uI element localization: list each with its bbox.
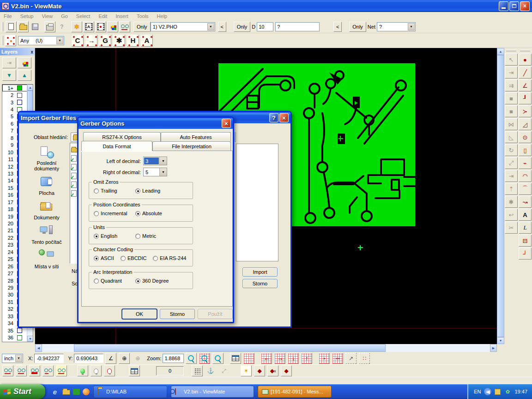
pad-dark-3-icon[interactable]: ◆	[281, 365, 292, 376]
zoom-grid-icon[interactable]	[199, 353, 210, 364]
draw-corner-icon[interactable]: ┚	[519, 92, 532, 104]
chevron-down-icon[interactable]: ▼	[15, 355, 22, 362]
restore-button[interactable]	[509, 1, 519, 11]
dialog-help-button[interactable]: ?	[269, 113, 278, 122]
cancel-button[interactable]: Storno	[160, 309, 195, 319]
scroll-down-icon[interactable]: ▼	[27, 336, 33, 342]
ok-button[interactable]: OK	[122, 309, 157, 319]
horizontal-scrollbar[interactable]: ◀ ▶	[35, 344, 497, 352]
highlight-off-icon[interactable]	[91, 365, 102, 376]
dcode-h-icon[interactable]: H	[127, 35, 139, 47]
draw-l-shape-icon[interactable]: L	[519, 222, 532, 234]
firefox-icon[interactable]	[83, 388, 90, 395]
tab-file-interpretation[interactable]: File Interpretation	[152, 141, 231, 151]
save-file-button[interactable]	[30, 21, 41, 32]
draw-point-icon[interactable]: ●	[519, 54, 532, 66]
menu-go[interactable]: Go	[61, 13, 68, 19]
menu-help[interactable]: Help	[157, 13, 168, 19]
taskbar-task-message[interactable]: [191-482-091] - Mess...	[258, 386, 332, 398]
dcode-flash-icon[interactable]: ✱	[113, 35, 125, 47]
layer-down-button[interactable]: ▼	[2, 70, 16, 81]
taskbar-task-explorer[interactable]: D:\MLAB	[93, 386, 167, 398]
layer-color-swatch[interactable]	[17, 93, 22, 98]
highlight-on-icon[interactable]	[77, 365, 88, 376]
view-dcodes-icon[interactable]	[2, 365, 13, 376]
draw-arc-2-icon[interactable]: ⌒	[519, 183, 532, 195]
place-network-places[interactable]: Místa v síti	[28, 249, 65, 269]
scroll-up-icon[interactable]: ▲	[497, 48, 504, 55]
collapse-icon[interactable]: ◀	[484, 388, 491, 395]
scroll-left-icon[interactable]: ◀	[35, 344, 42, 352]
pad-dark-2-icon[interactable]: ◆s	[267, 365, 278, 376]
pointer-icon[interactable]: ↖	[505, 54, 518, 66]
menu-edit[interactable]: Edit	[98, 13, 107, 19]
layer-color-swatch[interactable]	[17, 328, 22, 333]
layer-combobox[interactable]: 1) V2.PHO ▼	[151, 22, 215, 31]
right-of-decimal-combobox[interactable]: 5 ▼	[143, 168, 167, 176]
draw-triangle-icon[interactable]: ◿	[519, 118, 532, 130]
layer-up-button[interactable]: ▲	[18, 70, 31, 81]
new-file-button[interactable]	[6, 21, 17, 32]
draw-open-angle-icon[interactable]: ≻	[519, 105, 532, 117]
place-recent-documents[interactable]: Poslední dokumenty	[28, 145, 65, 171]
radio-ascii[interactable]: ASCII	[94, 255, 114, 261]
flash-view-button[interactable]: ✶	[71, 21, 82, 32]
scroll-down-icon[interactable]: ▼	[497, 337, 504, 344]
draw-arc-icon[interactable]: ◠	[519, 170, 532, 182]
start-button[interactable]: Start	[0, 384, 45, 399]
settings-icon[interactable]: ✱	[505, 196, 518, 208]
toolbar-grip[interactable]	[2, 36, 3, 45]
scroll-up-icon[interactable]: ▲	[27, 85, 33, 91]
pan-up-icon[interactable]: ↑	[301, 353, 312, 364]
radio-360-degree[interactable]: 360 Degree	[135, 278, 169, 284]
previous-net-button[interactable]: <	[333, 22, 342, 32]
measure-diagonal-icon[interactable]: ↗	[345, 353, 357, 364]
dot-grid-icon[interactable]	[192, 365, 203, 376]
measure-button[interactable]: A	[83, 21, 94, 32]
move-to-icon[interactable]: ⇥	[505, 66, 518, 79]
icq-icon[interactable]: ✿	[504, 388, 511, 395]
tab-data-format[interactable]: Data Format	[81, 141, 152, 151]
menu-tools[interactable]: Tools	[137, 13, 149, 19]
context-help-button[interactable]: ?	[56, 21, 67, 32]
chevron-down-icon[interactable]: ▼	[207, 23, 214, 30]
dcode-arrow-icon[interactable]: →	[85, 35, 97, 47]
menu-setup[interactable]: Setup	[20, 13, 34, 19]
zoom-select-icon[interactable]	[212, 353, 224, 364]
layer-send-button[interactable]: ⇥	[2, 57, 16, 68]
draw-dimension-icon[interactable]: ⊟	[519, 235, 532, 247]
menu-view[interactable]: View	[42, 13, 53, 19]
chevron-down-icon[interactable]: ▼	[56, 37, 63, 44]
only-net-button[interactable]: Only	[349, 22, 366, 32]
chevron-down-icon[interactable]: ▼	[159, 157, 167, 165]
book-icon[interactable]	[73, 389, 80, 395]
print-button[interactable]	[44, 21, 55, 32]
minimize-button[interactable]	[499, 1, 508, 11]
layer-color-swatch[interactable]	[17, 100, 22, 105]
pattern-select-icon[interactable]	[5, 35, 16, 46]
copy-to-icon[interactable]: ⇉	[505, 79, 518, 91]
taskbar-task-viewmate[interactable]: V2.bin - ViewMate	[171, 386, 254, 398]
layer-colors-button[interactable]	[107, 21, 118, 32]
draw-circle-icon[interactable]: ⊙	[519, 131, 532, 143]
filled-square-icon[interactable]: ■	[505, 92, 518, 104]
dcode-filter-input[interactable]	[275, 22, 320, 31]
dialog-close-button[interactable]: ×	[279, 113, 289, 122]
layers-panel-header[interactable]: Layers x	[0, 48, 35, 55]
import-button[interactable]: Import	[242, 267, 278, 277]
tab-auto-features[interactable]: Auto Features	[161, 132, 231, 141]
folder-icon[interactable]	[62, 387, 70, 396]
zoom-in-icon[interactable]	[186, 353, 197, 364]
open-file-button[interactable]	[18, 21, 29, 32]
item-type-combobox[interactable]: Any (U) ▼	[18, 36, 64, 45]
dcode-g-icon[interactable]: G	[99, 35, 111, 47]
grid-box-icon[interactable]: ▫	[319, 353, 330, 364]
grid-boxes-icon[interactable]: ▫▫	[332, 353, 343, 364]
dialog-close-button[interactable]: ×	[222, 119, 231, 128]
draw-rectangle-icon[interactable]: ▯	[519, 144, 532, 156]
only-layer-button[interactable]: Only	[133, 22, 151, 32]
dcode-view-button[interactable]: ●	[95, 21, 106, 32]
close-button[interactable]: ×	[520, 1, 530, 11]
place-desktop[interactable]: Plocha	[28, 175, 65, 196]
radio-metric[interactable]: Metric	[135, 233, 156, 239]
